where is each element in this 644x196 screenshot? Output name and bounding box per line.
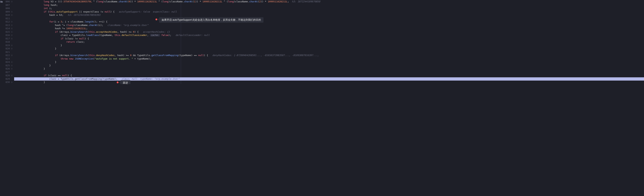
fold-icon[interactable] [11,14,13,16]
fold-icon[interactable] [11,28,13,29]
line-number[interactable]: 830 [0,81,13,84]
line-number[interactable]: 820 [0,47,13,51]
line-number[interactable]: 812 [0,20,13,24]
line-number[interactable]: 809 [0,10,13,14]
code-line[interactable]: for(i = 3; i < className.length(); ++i) … [14,20,644,24]
line-number[interactable]: 827 [0,71,13,74]
code-line[interactable]: } [14,60,644,64]
fold-icon[interactable] [11,55,13,56]
code-line[interactable]: if (Arrays.binarySearch(this.denyHashCod… [14,54,644,57]
code-line[interactable]: if (Arrays.binarySearch(this.acceptHashC… [14,30,644,34]
fold-icon[interactable] [11,1,13,3]
fold-icon[interactable] [11,75,13,76]
line-number[interactable]: 819 [0,44,13,47]
line-number[interactable]: 823 [0,57,13,61]
annotation-bottom-text: 跟进 [123,81,128,84]
fold-icon[interactable] [11,38,13,40]
line-number[interactable]: 818 [0,40,13,44]
code-area[interactable]: 如果开启 autoTypeSupport 此处会进入黑白名单检查，反而会失败，不… [14,0,644,84]
line-number[interactable]: 815 [0,30,13,34]
annotation-bottom: 跟进 [120,80,130,84]
code-line[interactable]: if (clazz != null) { [14,37,644,41]
line-number[interactable]: 808 [0,7,13,10]
code-line[interactable]: } [14,64,644,67]
code-line[interactable]: clazz = TypeUtils.loadClass(typeName, th… [14,34,644,37]
code-line[interactable] [14,51,644,54]
annotation-dot-top [156,19,157,20]
line-number[interactable]: 817 [0,37,13,41]
fold-icon[interactable] [11,68,13,70]
line-number[interactable]: 822 [0,54,13,57]
line-number[interactable]: 828 [0,74,13,77]
code-line[interactable]: } [14,67,644,71]
annotation-arrow-top [158,18,159,21]
line-number[interactable]: 807 [0,4,13,7]
line-number[interactable]: 821 [0,51,13,54]
code-line[interactable]: } [14,47,644,51]
code-line[interactable]: if (this.autoTypeSupport || expectClass … [14,10,644,14]
code-line[interactable]: throw new JSONException("autoType is not… [14,57,644,61]
code-line[interactable]: clazz = TypeUtils.getClassFromMapping(ty… [14,77,644,81]
code-line[interactable] [14,17,644,20]
fold-icon[interactable] [11,81,13,83]
code-line[interactable]: if (clazz == null) { [14,74,644,77]
line-number[interactable]: 811 [0,17,13,20]
fold-icon[interactable] [11,34,13,36]
code-line[interactable]: int i; [14,7,644,10]
line-gutter: 8068078088098108118128138148158168178188… [0,0,14,84]
code-line[interactable]: hash ^= (long)className.charAt(i); class… [14,24,644,27]
code-line[interactable]: long hash; [14,4,644,7]
code-line[interactable]: hash = h3; h3: 1872244109670850393 [14,14,644,17]
fold-icon[interactable] [11,21,13,23]
line-number[interactable]: 826 [0,67,13,71]
line-number[interactable]: 829 [0,77,13,81]
fold-icon[interactable] [11,31,13,33]
fold-icon[interactable] [11,61,13,63]
fold-icon[interactable] [11,11,13,13]
fold-icon[interactable] [11,45,13,46]
annotation-top: 如果开启 autoTypeSupport 此处会进入黑白名单检查，反而会失败，不… [159,17,264,23]
code-line[interactable]: } [14,44,644,47]
line-number[interactable]: 806 [0,0,13,4]
line-number[interactable]: 824 [0,60,13,64]
fold-icon[interactable] [11,65,13,66]
line-number[interactable]: 814 [0,27,13,30]
code-line[interactable]: long h3 = (((-3750763034362895579L ^ (lo… [14,0,644,4]
code-line[interactable]: return clazz; [14,40,644,44]
line-number[interactable]: 825 [0,64,13,67]
line-number[interactable]: 813 [0,24,13,27]
code-line[interactable]: } [14,81,644,84]
line-number[interactable]: 816 [0,34,13,37]
fold-icon[interactable] [11,48,13,50]
fold-icon[interactable] [11,24,13,26]
code-line[interactable] [14,71,644,74]
annotation-dot-bottom [117,82,118,83]
line-number[interactable]: 810 [0,14,13,17]
code-editor: 8068078088098108118128138148158168178188… [0,0,644,84]
annotation-top-text: 如果开启 autoTypeSupport 此处会进入黑白名单检查，反而会失败，不… [162,18,261,21]
annotation-arrow-bottom [119,81,120,84]
code-line[interactable]: hash *= 1099511628211L; [14,27,644,30]
